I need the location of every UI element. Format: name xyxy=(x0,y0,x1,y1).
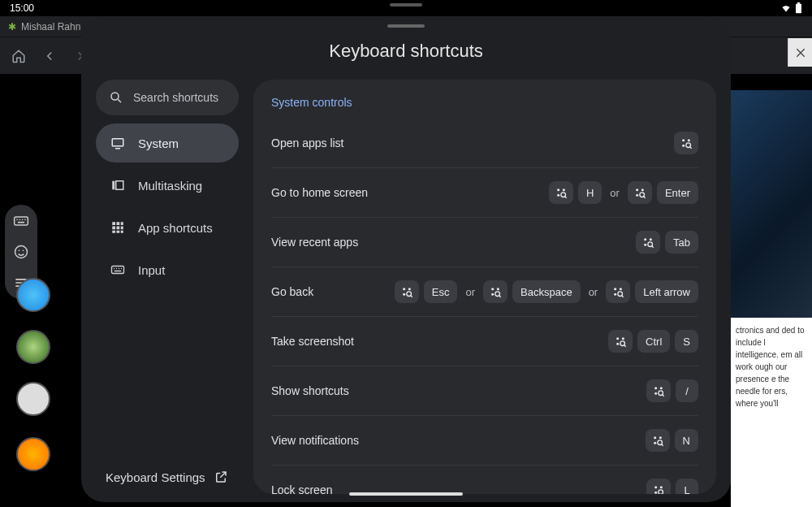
svg-point-8 xyxy=(15,246,28,258)
tab-title: Mishaal Rahn xyxy=(21,21,80,32)
svg-point-30 xyxy=(557,188,559,191)
svg-point-48 xyxy=(407,292,412,297)
section-title: System controls xyxy=(271,96,698,109)
sidebar-item-system[interactable]: System xyxy=(96,124,239,162)
key-combo: L xyxy=(646,479,698,494)
svg-point-77 xyxy=(654,492,657,494)
sidebar-item-input[interactable]: Input xyxy=(96,250,239,289)
key-combo: Enter xyxy=(628,181,698,204)
keyboard-settings-link[interactable]: Keyboard Settings xyxy=(96,465,239,494)
key-esc: Esc xyxy=(424,280,458,303)
sidebar-item-multitasking[interactable]: Multitasking xyxy=(96,166,239,205)
svg-line-29 xyxy=(690,147,692,149)
shortcut-name: Open apps list xyxy=(271,136,344,150)
svg-point-5 xyxy=(22,219,24,221)
key-combo: Backspace xyxy=(483,280,581,303)
monitor-icon xyxy=(110,136,125,150)
key-h: H xyxy=(578,181,602,204)
svg-point-35 xyxy=(636,188,638,191)
shortcut-combos: CtrlS xyxy=(608,330,698,353)
search-icon xyxy=(109,90,123,105)
meta-key xyxy=(636,231,660,254)
key-l: L xyxy=(676,479,698,494)
key-combo xyxy=(674,132,698,154)
shortcut-name: Lock screen xyxy=(271,483,332,494)
recent-app-2[interactable] xyxy=(16,330,50,364)
svg-point-76 xyxy=(660,486,663,488)
back-icon[interactable] xyxy=(36,42,63,70)
svg-point-51 xyxy=(497,288,499,290)
home-icon[interactable] xyxy=(5,42,32,70)
emoji-icon[interactable] xyxy=(13,244,29,260)
shortcut-row: Take screenshotCtrlS xyxy=(271,317,698,366)
split-icon xyxy=(110,178,125,193)
keyboard-icon[interactable] xyxy=(13,213,29,229)
shortcut-row: Lock screenL xyxy=(271,466,698,494)
svg-point-55 xyxy=(614,288,616,290)
meta-key xyxy=(628,181,652,204)
shortcut-name: View recent apps xyxy=(271,236,358,249)
search-input[interactable]: Search shortcuts xyxy=(96,80,239,115)
key-combo: N xyxy=(646,429,698,452)
svg-point-75 xyxy=(654,486,657,488)
recent-app-1[interactable] xyxy=(16,278,50,312)
meta-key xyxy=(395,280,419,303)
sidebar-item-label: System xyxy=(138,136,179,150)
svg-rect-19 xyxy=(117,227,120,230)
status-bar: 15:00 xyxy=(0,0,812,16)
background-article: ctronics and ded to include l intelligen… xyxy=(731,90,812,507)
key-combo: CtrlS xyxy=(608,330,698,353)
svg-line-69 xyxy=(663,395,664,396)
top-drag-handle[interactable] xyxy=(390,3,422,6)
shortcut-combos: HorEnter xyxy=(549,181,698,204)
svg-point-50 xyxy=(491,288,494,290)
shortcut-combos: Tab xyxy=(636,231,698,254)
shortcut-name: Go back xyxy=(271,285,313,298)
svg-point-10 xyxy=(23,250,24,252)
svg-line-44 xyxy=(652,246,654,248)
shortcuts-content: System controls Open apps listGo to home… xyxy=(253,80,716,494)
svg-point-52 xyxy=(491,293,494,296)
key-combo: H xyxy=(549,181,602,204)
meta-key xyxy=(646,479,671,494)
key-s: S xyxy=(675,330,698,353)
drag-handle[interactable] xyxy=(387,24,425,28)
or-label: or xyxy=(465,286,475,298)
sidebar: Search shortcuts System Multitasking xyxy=(96,80,239,494)
recent-app-3[interactable] xyxy=(16,382,50,416)
tab-favicon: ✱ xyxy=(8,21,16,32)
key-n: N xyxy=(675,429,698,452)
svg-point-53 xyxy=(495,292,500,297)
svg-point-9 xyxy=(19,250,20,252)
svg-rect-20 xyxy=(121,227,123,230)
svg-point-58 xyxy=(618,292,623,297)
meta-key xyxy=(606,280,630,303)
meta-key xyxy=(483,280,508,303)
meta-key xyxy=(549,181,573,204)
sidebar-item-app-shortcuts[interactable]: App shortcuts xyxy=(96,208,239,247)
svg-point-71 xyxy=(659,436,661,439)
or-label: or xyxy=(589,286,598,298)
svg-point-37 xyxy=(636,194,638,197)
shortcut-name: View notifications xyxy=(271,434,359,447)
key-combo: / xyxy=(646,379,698,402)
svg-line-34 xyxy=(565,197,567,198)
svg-point-42 xyxy=(644,244,646,246)
svg-point-45 xyxy=(403,288,405,290)
shortcut-row: View notificationsN xyxy=(271,416,698,466)
key-left-arrow: Left arrow xyxy=(635,280,698,303)
keyboard-settings-label: Keyboard Settings xyxy=(106,470,205,484)
svg-point-40 xyxy=(644,238,646,240)
recent-app-4[interactable] xyxy=(16,437,50,471)
svg-point-60 xyxy=(616,337,619,340)
svg-line-64 xyxy=(624,345,626,347)
key-backspace: Backspace xyxy=(512,280,581,303)
shortcut-row: Go backEscorBackspaceorLeft arrow xyxy=(271,267,698,317)
open-external-icon xyxy=(214,470,228,484)
svg-point-68 xyxy=(659,391,663,396)
gesture-bar[interactable] xyxy=(349,492,463,496)
svg-rect-2 xyxy=(15,217,28,225)
sidebar-item-label: Multitasking xyxy=(138,179,202,193)
shortcut-name: Go to home screen xyxy=(271,186,368,199)
close-button[interactable] xyxy=(788,38,812,67)
